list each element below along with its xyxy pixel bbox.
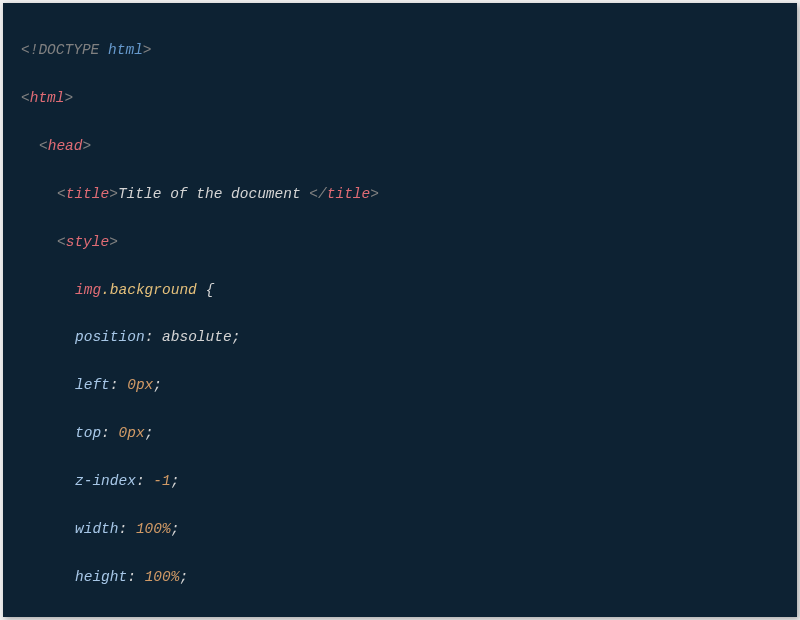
code-line: -webkit-filter: blur(5px); /* Safari 6.0… [21,614,797,617]
code-line: <head> [21,135,797,159]
code-line: top: 0px; [21,422,797,446]
code-line: left: 0px; [21,374,797,398]
code-content: <!DOCTYPE html> <html> <head> <title>Tit… [3,3,797,617]
code-line: <!DOCTYPE html> [21,39,797,63]
code-line: img.background { [21,279,797,303]
code-line: <style> [21,231,797,255]
code-line: <html> [21,87,797,111]
code-line: position: absolute; [21,326,797,350]
code-line: height: 100%; [21,566,797,590]
code-line: width: 100%; [21,518,797,542]
code-line: z-index: -1; [21,470,797,494]
code-editor[interactable]: <!DOCTYPE html> <html> <head> <title>Tit… [3,3,797,617]
code-line: <title>Title of the document </title> [21,183,797,207]
